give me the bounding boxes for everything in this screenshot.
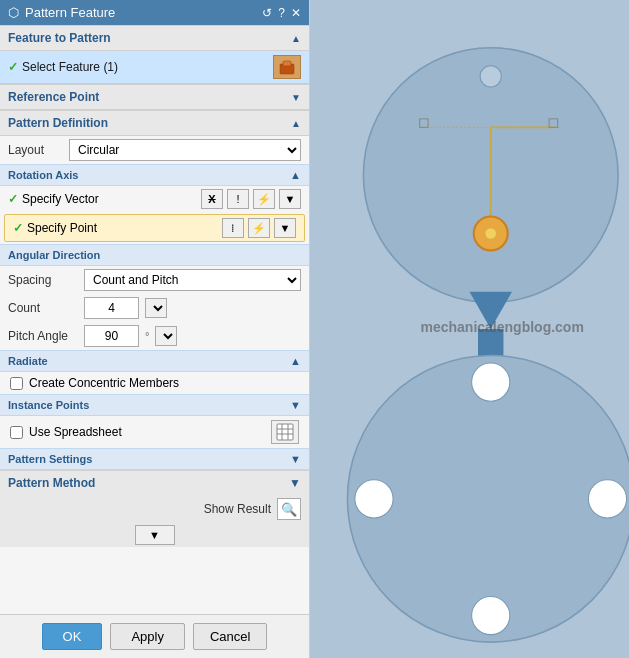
create-concentric-checkbox[interactable] [10,377,23,390]
specify-point-checkmark: ✓ [13,221,23,235]
svg-point-20 [472,363,510,401]
show-result-btn[interactable]: 🔍 [277,498,301,520]
reference-point-header[interactable]: Reference Point ▼ [0,84,309,110]
select-feature-label: Select Feature (1) [22,60,118,74]
pattern-definition-header[interactable]: Pattern Definition ▲ [0,110,309,136]
feature-icon [278,58,296,76]
pattern-settings-chevron: ▼ [290,453,301,465]
pitch-angle-input[interactable] [84,325,139,347]
spacing-label: Spacing [8,273,78,287]
feature-to-pattern-label: Feature to Pattern [8,31,111,45]
left-panel: ⬡ Pattern Feature ↺ ? ✕ Feature to Patte… [0,0,310,658]
pattern-settings-header[interactable]: Pattern Settings ▼ [0,448,309,470]
pitch-angle-row: Pitch Angle ° [0,322,309,350]
specify-point-btn2[interactable]: ⚡ [248,218,270,238]
method-dropdown-btn[interactable]: ▼ [135,525,175,545]
panel-body: Feature to Pattern ▲ ✓ Select Feature (1… [0,25,309,614]
layout-row: Layout Circular Linear [0,136,309,164]
svg-rect-2 [277,424,293,440]
pattern-method-label: Pattern Method [8,476,95,490]
svg-point-21 [588,480,626,518]
pattern-definition-label: Pattern Definition [8,116,108,130]
reference-point-chevron: ▼ [291,92,301,103]
reset-icon[interactable]: ↺ [262,6,272,20]
count-label: Count [8,301,78,315]
bottom-buttons: OK Apply Cancel [0,614,309,658]
use-spreadsheet-label: Use Spreadsheet [29,425,122,439]
create-concentric-label: Create Concentric Members [29,376,179,390]
apply-button[interactable]: Apply [110,623,185,650]
spreadsheet-icon [276,423,294,441]
pattern-settings-label: Pattern Settings [8,453,92,465]
create-concentric-row: Create Concentric Members [0,372,309,394]
feature-icon-box[interactable] [273,55,301,79]
degree-symbol: ° [145,330,149,342]
method-dropdown-row: ▼ [0,523,309,547]
feature-to-pattern-header[interactable]: Feature to Pattern ▲ [0,25,309,51]
specify-point-label: Specify Point [27,221,218,235]
instance-points-label: Instance Points [8,399,89,411]
rotation-axis-label: Rotation Axis [8,169,79,181]
spacing-select[interactable]: Count and Pitch Count and Span Pitch Onl… [84,269,301,291]
specify-vector-btn3[interactable]: ⚡ [253,189,275,209]
radiate-header[interactable]: Radiate ▲ [0,350,309,372]
svg-point-16 [485,228,496,239]
specify-vector-checkmark: ✓ [8,192,18,206]
panel-title: Pattern Feature [25,5,115,20]
panel-header: ⬡ Pattern Feature ↺ ? ✕ [0,0,309,25]
layout-label: Layout [8,143,63,157]
layout-select[interactable]: Circular Linear [69,139,301,161]
svg-point-9 [480,66,501,87]
specify-vector-row: ✓ Specify Vector X ! ⚡ ▼ [0,186,309,212]
help-icon[interactable]: ? [278,6,285,20]
close-icon[interactable]: ✕ [291,6,301,20]
ok-button[interactable]: OK [42,623,103,650]
count-unit-select[interactable] [145,298,167,318]
svg-point-23 [355,480,393,518]
angular-direction-label: Angular Direction [8,249,100,261]
reference-point-label: Reference Point [8,90,99,104]
rotation-axis-chevron: ▲ [290,169,301,181]
pattern-definition-chevron: ▲ [291,118,301,129]
specify-vector-btn2[interactable]: ! [227,189,249,209]
instance-points-chevron: ▼ [290,399,301,411]
panel-header-left: ⬡ Pattern Feature [8,5,115,20]
count-input[interactable] [84,297,139,319]
specify-vector-chevron-btn[interactable]: ▼ [279,189,301,209]
radiate-chevron: ▲ [290,355,301,367]
spreadsheet-row: Use Spreadsheet [0,416,309,448]
preview-area: mechanicalengblog.com [310,0,629,658]
specify-point-row[interactable]: ✓ Specify Point ⁞ ⚡ ▼ [4,214,305,242]
select-feature-checkmark: ✓ [8,60,18,74]
specify-vector-label: Specify Vector [22,192,197,206]
select-feature-button[interactable]: ✓ Select Feature (1) [8,60,267,74]
spreadsheet-icon-btn[interactable] [271,420,299,444]
specify-vector-btn1[interactable]: X [201,189,223,209]
show-result-row: Show Result 🔍 [0,495,309,523]
feature-row: ✓ Select Feature (1) [0,51,309,84]
pitch-unit-select[interactable] [155,326,177,346]
count-row: Count [0,294,309,322]
pattern-icon: ⬡ [8,5,19,20]
pattern-method-header[interactable]: Pattern Method ▼ [0,471,309,495]
instance-points-header[interactable]: Instance Points ▼ [0,394,309,416]
show-result-label: Show Result [204,502,271,516]
specify-point-btn1[interactable]: ⁞ [222,218,244,238]
cancel-button[interactable]: Cancel [193,623,267,650]
pattern-method-chevron: ▼ [289,476,301,490]
rotation-axis-header[interactable]: Rotation Axis ▲ [0,164,309,186]
svg-point-22 [472,596,510,634]
pitch-angle-label: Pitch Angle [8,329,78,343]
panel-header-icons: ↺ ? ✕ [262,6,301,20]
angular-direction-header: Angular Direction [0,244,309,266]
spacing-row: Spacing Count and Pitch Count and Span P… [0,266,309,294]
specify-point-chevron-btn[interactable]: ▼ [274,218,296,238]
feature-to-pattern-chevron: ▲ [291,33,301,44]
use-spreadsheet-checkbox[interactable] [10,426,23,439]
pattern-method-section: Pattern Method ▼ Show Result 🔍 ▼ [0,470,309,547]
svg-rect-1 [283,61,291,66]
radiate-label: Radiate [8,355,48,367]
preview-svg [310,0,629,658]
